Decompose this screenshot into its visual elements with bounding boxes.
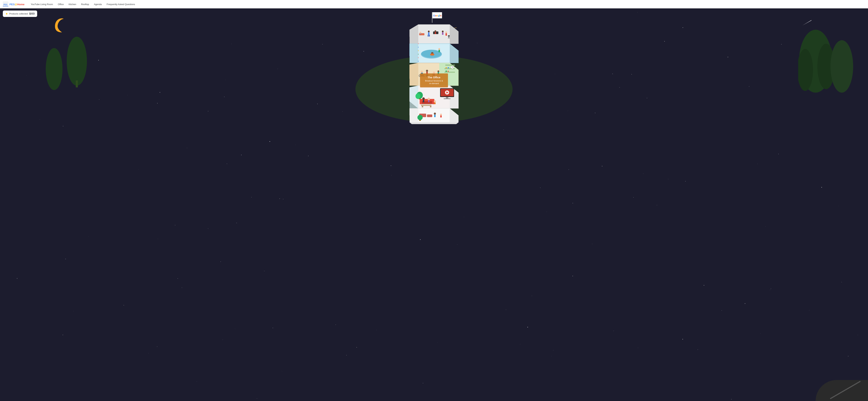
nav-link-rooftop[interactable]: Rooftop: [79, 2, 91, 7]
nav-links: YouTube Living Room Office Kitchen Rooft…: [29, 2, 137, 7]
nav-link-office[interactable]: Office: [56, 2, 66, 7]
star: [160, 92, 160, 93]
nav-link-agenda[interactable]: Agenda: [92, 2, 104, 7]
pes-logo-icon: PES: [3, 1, 8, 7]
badge-label: Products collected: [9, 12, 28, 15]
badge-current: 0: [29, 12, 31, 15]
star: [63, 126, 63, 126]
star-icon: ★: [5, 12, 8, 16]
svg-text:PES: PES: [3, 3, 7, 6]
logo[interactable]: PES PES@Home: [3, 1, 25, 7]
star: [224, 97, 224, 97]
star: [40, 120, 40, 120]
stars-background: [0, 0, 268, 127]
star: [231, 44, 232, 44]
star: [157, 103, 158, 104]
svg-rect-4: [76, 80, 78, 87]
navigation: PES PES@Home YouTube Living Room Office …: [0, 0, 268, 8]
tree-left-2: [45, 47, 63, 91]
svg-rect-2: [3, 6, 8, 7]
svg-point-9: [46, 48, 62, 90]
star: [98, 60, 99, 60]
star: [208, 111, 208, 111]
star: [127, 95, 128, 95]
badge-total: 49: [32, 12, 35, 15]
nav-link-faq[interactable]: Frequently Asked Questions: [104, 2, 137, 7]
main-scene: Google: [0, 0, 268, 127]
svg-point-3: [67, 37, 87, 86]
nav-link-kitchen[interactable]: Kitchen: [66, 2, 78, 7]
badge-count: 0/49: [29, 12, 35, 16]
moon: [54, 18, 70, 31]
products-badge: ★ Products collected 0/49: [3, 10, 37, 17]
tree-left-1: [66, 35, 87, 87]
nav-link-youtube-living-room[interactable]: YouTube Living Room: [29, 2, 55, 7]
star: [99, 99, 99, 99]
logo-text: PES@Home: [9, 3, 25, 6]
